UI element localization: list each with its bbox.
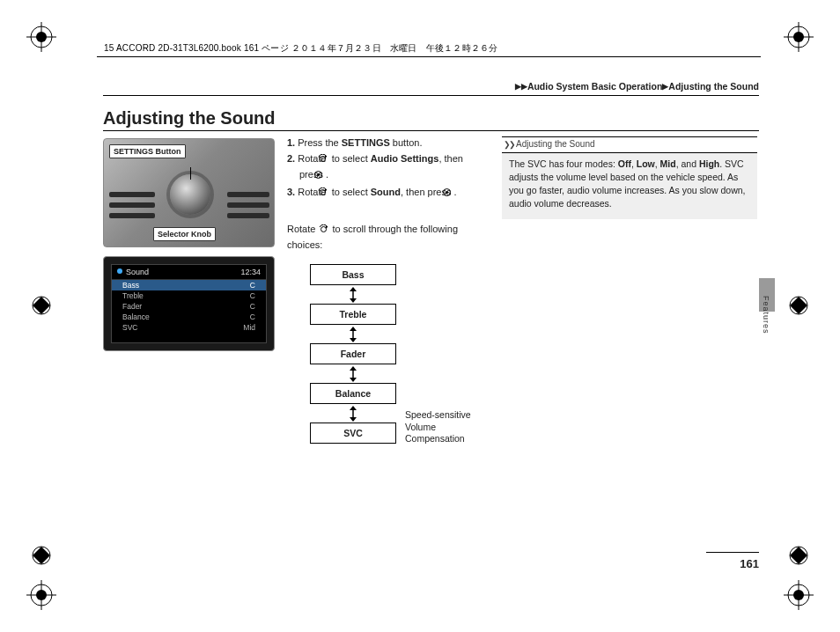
updown-arrow-icon — [310, 404, 396, 423]
page-title: Adjusting the Sound — [103, 108, 276, 129]
svg-point-12 — [33, 547, 50, 564]
screen-row: FaderC — [112, 301, 266, 312]
svg-marker-15 — [790, 547, 807, 564]
triangle-icon: ▶▶ — [515, 82, 527, 91]
svg-marker-9 — [33, 297, 50, 314]
flow-table: Bass Treble Fader Balance SVC — [310, 264, 396, 444]
section-tab-label: Features — [762, 296, 770, 334]
updown-arrow-icon — [310, 325, 396, 343]
svg-point-32 — [321, 226, 327, 231]
svg-point-16 — [31, 584, 52, 606]
crop-mark-icon — [26, 540, 56, 570]
updown-arrow-icon — [310, 285, 396, 304]
breadcrumb-b: Adjusting the Sound — [668, 81, 759, 92]
step-3: 3. Rotate to select Sound, then press . — [287, 186, 485, 202]
svg-point-10 — [790, 297, 807, 314]
crop-mark-icon — [784, 290, 814, 320]
flow-cell: Bass — [310, 264, 396, 285]
svg-point-8 — [33, 297, 50, 314]
svg-point-17 — [36, 590, 47, 600]
crop-mark-icon — [26, 580, 56, 610]
step-1: 1. Press the SETTINGS button. — [287, 136, 485, 151]
svc-note: Speed-sensitive Volume Compensation — [405, 409, 493, 445]
screen-row: BassC — [112, 280, 266, 290]
updown-arrow-icon — [310, 364, 396, 383]
svg-marker-35 — [350, 287, 357, 291]
svg-marker-36 — [350, 298, 357, 303]
breadcrumb-a: Audio System Basic Operation — [527, 81, 662, 92]
rule — [706, 552, 759, 553]
chevron-icon: ❯❯ — [504, 140, 514, 149]
svg-point-31 — [446, 191, 448, 194]
sidebar-body: The SVC has four modes: Off, Low, Mid, a… — [502, 153, 757, 220]
figure-column: SETTINGS Button Selector Knob Sound 12:3… — [103, 138, 275, 351]
sidebar: ❯❯Adjusting the Sound The SVC has four m… — [502, 136, 757, 219]
crop-mark-icon — [784, 540, 814, 570]
svg-point-5 — [793, 32, 804, 42]
flow-cell: Fader — [310, 343, 396, 364]
svg-marker-13 — [33, 547, 50, 564]
dial-icon — [318, 224, 329, 239]
svg-point-27 — [317, 173, 320, 176]
doc-header: 15 ACCORD 2D-31T3L6200.book 161 ページ ２０１４… — [104, 42, 497, 55]
rule — [103, 130, 759, 131]
svg-marker-39 — [350, 338, 357, 342]
crop-mark-icon — [784, 580, 814, 610]
svg-point-28 — [320, 189, 325, 195]
svg-marker-38 — [350, 327, 357, 331]
screen-row: BalanceC — [112, 312, 266, 322]
crop-mark-icon — [26, 290, 56, 320]
callout-settings: SETTINGS Button — [109, 144, 186, 158]
callout-knob: Selector Knob — [153, 227, 216, 241]
flow-cell: Balance — [310, 383, 396, 404]
crop-mark-icon — [26, 22, 56, 52]
flow-cell: Treble — [310, 304, 396, 325]
selector-knob-icon — [170, 174, 210, 215]
svg-point-21 — [793, 590, 804, 600]
screen-title: Sound — [126, 268, 149, 276]
svg-point-4 — [788, 26, 809, 48]
svg-point-14 — [790, 547, 807, 564]
screen-photo: Sound 12:34 BassC TrebleC FaderC Balance… — [103, 256, 275, 351]
breadcrumb: ▶▶Audio System Basic Operation▶Adjusting… — [515, 81, 759, 92]
header-rule — [97, 56, 761, 57]
svg-point-20 — [788, 584, 809, 606]
crop-mark-icon — [784, 22, 814, 52]
svg-point-24 — [320, 156, 325, 161]
svg-marker-41 — [350, 366, 357, 371]
svg-point-0 — [31, 26, 52, 48]
svg-marker-11 — [790, 297, 807, 314]
screen-row: SVCMid — [112, 322, 266, 333]
dashboard-photo: SETTINGS Button Selector Knob — [103, 138, 275, 247]
svg-marker-44 — [350, 406, 357, 410]
dot-icon — [117, 268, 122, 274]
page-number: 161 — [740, 557, 759, 570]
step-2: 2. Rotate to select Audio Settings, then… — [287, 152, 485, 184]
sidebar-heading: ❯❯Adjusting the Sound — [502, 136, 757, 153]
steps-column: 1. Press the SETTINGS button. 2. Rotate … — [287, 136, 485, 253]
screen-clock: 12:34 — [240, 268, 261, 276]
after-steps: Rotate to scroll through the following c… — [287, 223, 485, 253]
screen-row: TrebleC — [112, 290, 266, 301]
svg-marker-45 — [350, 417, 357, 422]
rule — [103, 95, 759, 96]
flow-cell: SVC — [310, 423, 396, 444]
svg-marker-42 — [350, 378, 357, 382]
svg-point-1 — [36, 32, 47, 42]
